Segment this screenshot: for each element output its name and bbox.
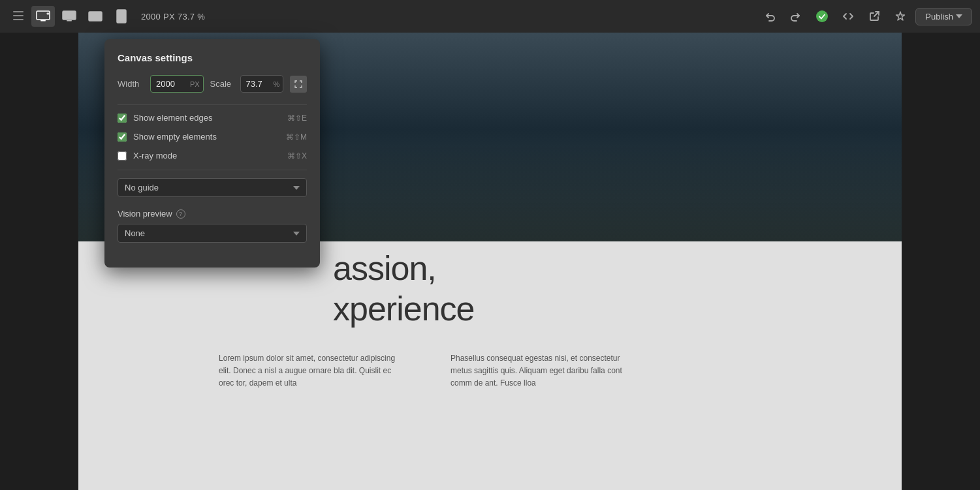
vision-preview-label: Vision preview xyxy=(118,209,172,219)
panel-title: Canvas settings xyxy=(118,52,307,63)
hero-line2: xperience xyxy=(333,288,474,329)
hero-line1: assion, xyxy=(333,248,474,288)
device-tablet[interactable] xyxy=(110,6,133,27)
toolbar: 2000 PX 73.7 % xyxy=(0,0,980,33)
show-empty-elements-row: Show empty elements ⌘⇧M xyxy=(118,132,307,142)
svg-point-8 xyxy=(101,16,101,16)
vision-select-group: None Deuteranopia Protanopia Tritanopia xyxy=(118,224,307,243)
ai-button[interactable] xyxy=(889,6,911,27)
svg-point-11 xyxy=(816,10,828,22)
show-empty-elements-shortcut: ⌘⇧M xyxy=(286,132,307,142)
show-element-edges-row: Show element edges ⌘⇧E xyxy=(118,113,307,123)
status-check-button[interactable] xyxy=(811,6,833,27)
menu-icon[interactable] xyxy=(8,8,29,25)
site-body-text-right: Phasellus consequat egestas nisi, et con… xyxy=(450,352,633,390)
code-editor-button[interactable] xyxy=(837,6,859,27)
chrome-left xyxy=(0,33,78,490)
device-desktop-plus[interactable] xyxy=(31,6,55,27)
show-empty-elements-label: Show empty elements xyxy=(133,132,217,142)
width-input-group: PX xyxy=(150,75,204,93)
svg-rect-7 xyxy=(89,12,102,21)
publish-button[interactable]: Publish xyxy=(915,8,972,25)
device-desktop[interactable] xyxy=(57,6,81,27)
xray-mode-row: X-ray mode ⌘⇧X xyxy=(118,151,307,161)
xray-mode-shortcut: ⌘⇧X xyxy=(287,151,307,161)
vision-help-icon[interactable]: ? xyxy=(176,209,185,219)
toolbar-right: Publish xyxy=(759,6,972,27)
canvas-size-info: 2000 PX 73.7 % xyxy=(141,12,205,22)
publish-label: Publish xyxy=(925,12,953,22)
show-element-edges-shortcut: ⌘⇧E xyxy=(287,114,307,123)
svg-rect-4 xyxy=(40,20,46,22)
guide-select-group: No guide Grid Columns Rows xyxy=(118,178,307,197)
svg-rect-1 xyxy=(13,15,24,16)
svg-point-10 xyxy=(121,21,121,22)
share-button[interactable] xyxy=(863,6,885,27)
site-hero-text: assion, xperience xyxy=(333,248,474,329)
guide-select[interactable]: No guide Grid Columns Rows xyxy=(118,178,307,197)
chrome-right xyxy=(902,33,980,490)
vision-select[interactable]: None Deuteranopia Protanopia Tritanopia xyxy=(118,224,307,243)
width-input[interactable] xyxy=(151,76,190,92)
svg-rect-0 xyxy=(13,11,24,12)
scale-input-group: % xyxy=(240,75,284,93)
scale-input[interactable] xyxy=(241,76,274,92)
divider1 xyxy=(118,104,307,105)
width-label: Width xyxy=(118,79,144,89)
svg-rect-5 xyxy=(63,11,76,20)
show-element-edges-label: Show element edges xyxy=(133,113,212,123)
fit-button[interactable] xyxy=(290,76,307,93)
show-empty-elements-checkbox[interactable] xyxy=(118,132,127,142)
width-scale-row: Width PX Scale % xyxy=(118,75,307,93)
device-tablet-landscape[interactable] xyxy=(84,6,107,27)
undo-button[interactable] xyxy=(759,6,781,27)
svg-rect-6 xyxy=(67,20,72,22)
xray-mode-label: X-ray mode xyxy=(133,151,177,161)
site-body-text-left: Lorem ipsum dolor sit amet, consectetur … xyxy=(219,352,402,390)
show-element-edges-checkbox[interactable] xyxy=(118,114,127,123)
scale-label: Scale xyxy=(210,79,234,89)
xray-mode-checkbox[interactable] xyxy=(118,151,127,161)
divider2 xyxy=(118,170,307,170)
vision-preview-row: Vision preview ? xyxy=(118,209,307,219)
canvas-settings-panel: Canvas settings Width PX Scale % Show el… xyxy=(104,39,320,268)
svg-rect-2 xyxy=(13,19,24,20)
redo-button[interactable] xyxy=(785,6,807,27)
width-unit: PX xyxy=(190,80,204,88)
scale-unit: % xyxy=(274,80,284,88)
